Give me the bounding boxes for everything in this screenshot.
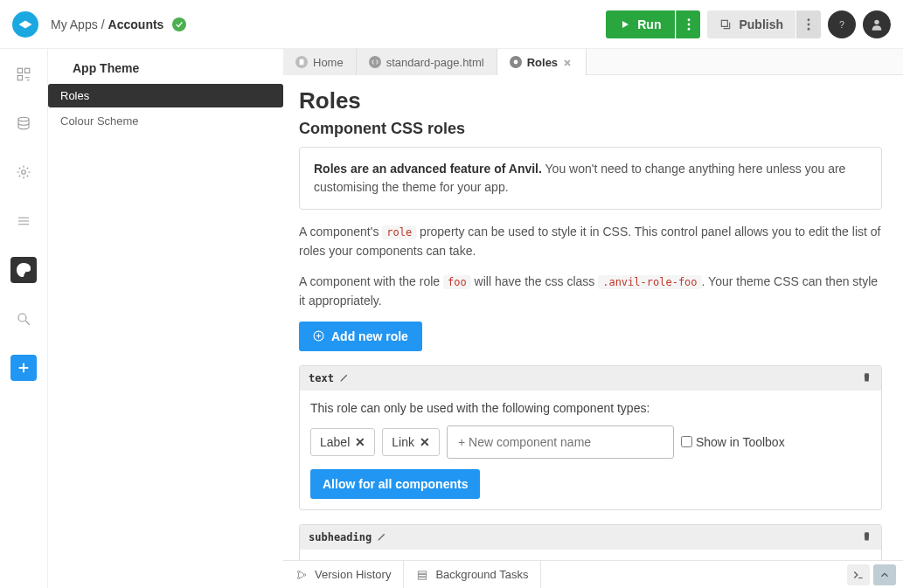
code-foo: foo — [443, 275, 471, 289]
delete-icon[interactable] — [861, 530, 872, 544]
para-1: A component's role property can be used … — [299, 222, 882, 261]
breadcrumb: My Apps / Accounts — [51, 17, 186, 31]
rail-theme-icon[interactable] — [10, 257, 37, 283]
svg-point-2 — [688, 27, 691, 30]
svg-rect-8 — [17, 68, 22, 73]
document-icon — [295, 56, 308, 68]
publish-button[interactable]: Publish — [707, 10, 795, 38]
publish-menu-button[interactable] — [796, 10, 821, 38]
sidebar-item-label: Colour Scheme — [60, 114, 139, 128]
publish-label: Publish — [739, 17, 783, 31]
svg-text:?: ? — [839, 19, 844, 30]
svg-rect-20 — [419, 571, 427, 572]
role-name: subheading — [309, 531, 372, 543]
version-history-label: Version History — [315, 568, 391, 581]
code-role: role — [382, 225, 416, 239]
svg-point-15 — [513, 60, 517, 65]
tag-label: Label ✕ — [310, 428, 375, 456]
info-bold: Roles are an advanced feature of Anvil. — [314, 162, 542, 176]
new-component-input[interactable] — [447, 425, 674, 459]
svg-rect-21 — [419, 574, 427, 576]
tab-label: Home — [313, 56, 344, 69]
svg-point-0 — [688, 18, 691, 21]
run-menu-button[interactable] — [676, 10, 700, 38]
role-icon — [510, 56, 522, 68]
rail-settings-icon[interactable] — [10, 159, 37, 185]
background-tasks-button[interactable]: Background Tasks — [404, 561, 541, 589]
svg-point-5 — [808, 27, 810, 30]
collapse-panel-icon[interactable] — [873, 564, 896, 585]
allow-all-button[interactable]: Allow for all components — [310, 469, 480, 499]
sidebar-title: App Theme — [48, 49, 283, 84]
tab-standard-page[interactable]: standard-page.html — [357, 49, 497, 75]
tab-label: Roles — [527, 56, 558, 69]
code-anvil-role: .anvil-role-foo — [598, 275, 701, 289]
close-icon[interactable] — [563, 57, 573, 67]
role-desc: This role can only be used with the foll… — [310, 401, 871, 415]
rail-search-icon[interactable] — [10, 306, 37, 332]
rail-add-button[interactable] — [10, 355, 37, 381]
delete-icon[interactable] — [861, 371, 872, 385]
tag-link: Link ✕ — [382, 428, 440, 456]
info-box: Roles are an advanced feature of Anvil. … — [299, 147, 882, 210]
svg-rect-10 — [17, 76, 22, 80]
sync-ok-icon — [172, 17, 186, 31]
svg-point-13 — [18, 314, 26, 322]
version-history-button[interactable]: Version History — [283, 561, 404, 589]
edit-icon[interactable] — [339, 371, 349, 385]
svg-point-11 — [18, 117, 29, 121]
add-role-button[interactable]: Add new role — [299, 322, 422, 351]
role-card-text: text This role can only be used with the… — [299, 365, 882, 510]
svg-point-12 — [22, 170, 26, 175]
background-tasks-label: Background Tasks — [435, 568, 528, 581]
show-toolbox-checkbox[interactable]: Show in Toolbox — [681, 435, 785, 449]
role-card-subheading: subheading This role can only be used wi… — [299, 524, 882, 560]
sidebar-item-colour-scheme[interactable]: Colour Scheme — [48, 109, 283, 133]
tab-roles[interactable]: Roles — [497, 49, 587, 75]
rail-forms-icon[interactable] — [10, 61, 37, 87]
svg-point-7 — [874, 19, 879, 24]
console-icon[interactable] — [847, 564, 870, 585]
breadcrumb-sep: / — [101, 17, 105, 31]
breadcrumb-root[interactable]: My Apps — [51, 17, 98, 31]
edit-icon[interactable] — [377, 530, 386, 544]
rail-list-icon[interactable] — [10, 208, 37, 234]
tag-remove-icon[interactable]: ✕ — [355, 435, 365, 449]
svg-point-17 — [297, 571, 299, 572]
svg-rect-22 — [419, 577, 427, 578]
svg-point-1 — [688, 23, 691, 25]
run-label: Run — [637, 17, 661, 31]
svg-point-4 — [808, 23, 810, 25]
sidebar-item-label: Roles — [60, 89, 89, 102]
svg-point-3 — [808, 18, 810, 21]
svg-point-18 — [297, 577, 299, 578]
help-button[interactable]: ? — [828, 10, 856, 38]
page-title: Roles — [299, 87, 882, 114]
tab-home[interactable]: Home — [283, 49, 357, 75]
run-button[interactable]: Run — [606, 10, 675, 38]
tag-remove-icon[interactable]: ✕ — [420, 435, 430, 449]
svg-rect-14 — [300, 59, 304, 65]
logo[interactable] — [12, 11, 38, 38]
breadcrumb-current[interactable]: Accounts — [108, 17, 164, 31]
para-2: A component with the role foo will have … — [299, 272, 882, 311]
show-toolbox-label: Show in Toolbox — [696, 435, 785, 449]
rail-database-icon[interactable] — [10, 110, 37, 136]
svg-rect-9 — [25, 68, 30, 73]
page-subtitle: Component CSS roles — [299, 120, 882, 138]
sidebar-item-roles[interactable]: Roles — [48, 84, 283, 107]
add-role-label: Add new role — [331, 329, 408, 343]
tab-label: standard-page.html — [386, 56, 484, 69]
code-icon — [369, 56, 381, 68]
account-button[interactable] — [863, 10, 891, 38]
role-name: text — [309, 372, 334, 384]
